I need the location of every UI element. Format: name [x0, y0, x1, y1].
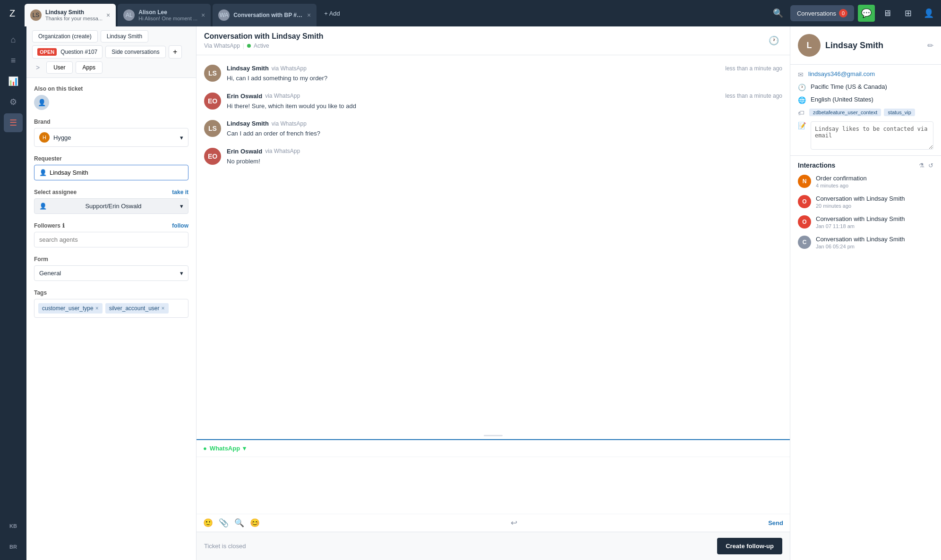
message-via: via WhatsApp — [272, 120, 307, 127]
sidebar-item-analytics[interactable]: 📊 — [4, 72, 23, 91]
brand-select[interactable]: H Hygge ▾ — [34, 128, 188, 147]
breadcrumb-apps-btn[interactable]: Apps — [76, 61, 103, 74]
timezone-row: 🕐 Pacific Time (US & Canada) — [798, 83, 933, 91]
emoji-icon[interactable]: 🙂 — [203, 518, 213, 528]
center-panel: Conversation with Lindsay Smith Via What… — [197, 26, 790, 560]
breadcrumb-question[interactable]: OPEN Question #107 — [32, 45, 103, 59]
form-select[interactable]: General ▾ — [34, 265, 188, 281]
tab-avatar: AL — [123, 9, 135, 21]
interaction-title[interactable]: Conversation with Lindsay Smith — [816, 236, 905, 243]
grid-icon-btn[interactable]: ⊞ — [899, 5, 916, 22]
tab-tab-bp[interactable]: WA Conversation with BP #101 × — [213, 4, 317, 26]
message-header: Lindsay Smith via WhatsApp — [227, 120, 782, 127]
gif-icon[interactable]: 😊 — [250, 518, 260, 528]
interaction-badge: C — [798, 236, 811, 249]
interaction-title[interactable]: Order confirmation — [816, 175, 867, 182]
assignee-label: Select assignee — [34, 189, 77, 195]
interaction-title[interactable]: Conversation with Lindsay Smith — [816, 215, 905, 222]
history-icon-btn[interactable]: 🕐 — [765, 32, 782, 49]
tags-container[interactable]: customer_user_type×silver_account_user× — [34, 299, 188, 318]
conv-status: Active — [254, 42, 269, 49]
message-text: Hi, can I add something to my order? — [227, 74, 782, 83]
tab-close-icon[interactable]: × — [307, 11, 311, 19]
create-followup-button[interactable]: Create follow-up — [717, 538, 782, 554]
sidebar-item-settings[interactable]: ⚙ — [4, 93, 23, 111]
followers-info-icon: ℹ — [62, 222, 65, 229]
tab-tab-lindsay[interactable]: LS Lindsay Smith Thanks for your messa..… — [25, 4, 116, 26]
tag-item: customer_user_type× — [38, 303, 103, 314]
interaction-title[interactable]: Conversation with Lindsay Smith — [816, 195, 905, 202]
compose-top: ● WhatsApp ▾ — [197, 440, 790, 457]
message-sender: Erin Oswald — [227, 148, 262, 155]
question-label: Question #107 — [60, 49, 97, 55]
attach-icon[interactable]: 📎 — [219, 518, 229, 528]
tag-icon: 🏷 — [798, 109, 804, 117]
whatsapp-label: WhatsApp — [210, 445, 240, 452]
conversations-badge: 0 — [839, 9, 847, 17]
tags-label: Tags — [34, 289, 188, 296]
message-avatar: EO — [204, 148, 221, 165]
form-label: Form — [34, 256, 188, 263]
form-section: Form General ▾ — [34, 256, 188, 281]
breadcrumb-user-btn[interactable]: User — [46, 61, 72, 74]
take-it-link[interactable]: take it — [172, 189, 188, 195]
compose-body[interactable] — [197, 457, 790, 514]
sidebar-icons: ⌂ ≡ 📊 ⚙ ☰ KB BR — [0, 26, 26, 560]
interaction-item: O Conversation with Lindsay Smith Jan 07… — [798, 215, 933, 229]
brand-chevron-icon: ▾ — [180, 134, 183, 141]
filter-icon[interactable]: ⚗ — [919, 162, 924, 169]
interactions-list: N Order confirmation 4 minutes ago O Con… — [798, 175, 933, 249]
sidebar-item-br[interactable]: BR — [4, 537, 23, 556]
forward-icon[interactable]: ↩ — [511, 518, 517, 528]
tab-tab-alison[interactable]: AL Alison Lee Hi Alison! One moment ... … — [118, 4, 211, 26]
requester-input[interactable]: 👤 — [34, 165, 188, 180]
sidebar-item-tickets[interactable]: ≡ — [4, 51, 23, 70]
tab-preview: Hi Alison! One moment ... — [138, 16, 197, 21]
conv-via: Via WhatsApp — [204, 42, 240, 49]
monitor-icon-btn[interactable]: 🖥 — [879, 5, 896, 22]
tags-row: 🏷 zdbetafeature_user_contextstatus_vip — [798, 109, 933, 117]
add-tab-breadcrumb[interactable]: + — [169, 45, 182, 59]
breadcrumb-arrow[interactable]: > — [32, 61, 43, 74]
send-button[interactable]: Send — [768, 519, 783, 526]
message-content: Lindsay Smith via WhatsApp Can I add an … — [227, 120, 782, 138]
message-via: via WhatsApp — [265, 93, 300, 99]
email-icon: ✉ — [798, 71, 804, 78]
breadcrumb-org-create[interactable]: Organization (create) — [32, 30, 98, 42]
whatsapp-channel-selector[interactable]: ● WhatsApp ▾ — [203, 445, 246, 452]
follow-link[interactable]: follow — [172, 222, 188, 229]
sidebar-item-apps[interactable]: ☰ — [4, 113, 23, 132]
user-avatar-btn[interactable]: 👤 — [920, 5, 937, 22]
refresh-icon[interactable]: ↺ — [928, 162, 933, 169]
message-via: via WhatsApp — [265, 148, 300, 154]
assignee-select[interactable]: 👤 Support/Erin Oswald ▾ — [34, 198, 188, 214]
conv-title: Conversation with Lindsay Smith — [204, 32, 323, 41]
followers-search-input[interactable] — [34, 232, 188, 247]
chat-icon-btn[interactable]: 💬 — [858, 5, 875, 22]
user-email[interactable]: lindsays346@gmail.com — [808, 70, 875, 77]
sidebar-item-home[interactable]: ⌂ — [4, 30, 23, 49]
requester-field[interactable] — [50, 169, 183, 176]
user-tag-item: status_vip — [884, 109, 915, 116]
edit-icon[interactable]: ✏ — [927, 41, 933, 50]
scroll-line — [484, 435, 503, 436]
search-compose-icon[interactable]: 🔍 — [234, 518, 244, 528]
form-value: General — [39, 270, 61, 277]
scroll-indicator — [197, 432, 790, 439]
sidebar-item-kb[interactable]: KB — [4, 517, 23, 535]
breadcrumb-side-conversations[interactable]: Side conversations — [105, 46, 165, 58]
add-tab-button[interactable]: + Add — [318, 6, 346, 21]
tab-close-icon[interactable]: × — [106, 11, 110, 19]
right-panel: L Lindsay Smith ✏ ✉ lindsays346@gmail.co… — [790, 26, 941, 560]
conversations-button[interactable]: Conversations 0 — [790, 5, 854, 21]
tag-remove-icon[interactable]: × — [161, 305, 164, 312]
form-chevron-icon: ▾ — [180, 270, 183, 277]
email-row: ✉ lindsays346@gmail.com — [798, 70, 933, 78]
requester-section: Requester 👤 — [34, 155, 188, 180]
tab-close-icon[interactable]: × — [201, 11, 205, 19]
tag-remove-icon[interactable]: × — [95, 305, 99, 312]
interaction-badge: N — [798, 175, 811, 188]
search-icon-btn[interactable]: 🔍 — [770, 5, 787, 22]
breadcrumb-lindsay-smith[interactable]: Lindsay Smith — [101, 30, 148, 42]
user-note[interactable]: Lindsay likes to be contacted via email — [811, 121, 933, 150]
